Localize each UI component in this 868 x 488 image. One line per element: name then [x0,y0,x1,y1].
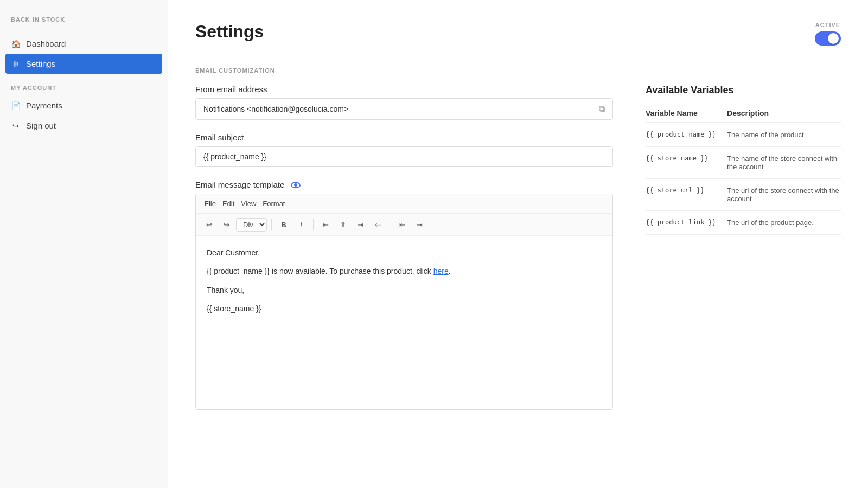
email-subject-input[interactable] [203,152,605,161]
from-email-group: From email address ⧉ [195,85,613,120]
table-row: {{ product_name }}The name of the produc… [646,123,841,147]
menu-view[interactable]: View [239,198,258,209]
var-desc: The name of the product [727,123,841,147]
align-left-button[interactable]: ⇤ [318,217,333,232]
outdent-button[interactable]: ⇤ [394,217,410,232]
var-name: {{ product_name }} [646,123,727,147]
variables-table: Variable Name Description {{ product_nam… [646,105,841,235]
align-center-button[interactable]: ⇳ [335,217,350,232]
align-right-button[interactable]: ⇥ [353,217,368,232]
block-format-select[interactable]: Div [236,218,267,232]
active-toggle-area: ACTIVE [815,22,841,46]
eye-icon [291,182,301,188]
bold-button[interactable]: B [276,217,291,232]
email-template-label: Email message template [195,180,613,189]
from-email-input[interactable] [203,105,599,113]
editor-body[interactable]: Dear Customer, {{ product_name }} is now… [196,236,612,409]
page-header: Settings ACTIVE [195,22,841,46]
indent-button[interactable]: ⇥ [412,217,427,232]
variables-title: Available Variables [646,85,841,96]
form-section: From email address ⧉ Email subject Email… [195,85,613,423]
from-email-input-wrapper: ⧉ [195,98,613,120]
sidebar-label-payments: Payments [26,101,62,110]
var-name: {{ store_name }} [646,147,727,179]
email-line-1: Dear Customer, [207,247,602,259]
email-subject-group: Email subject [195,133,613,167]
sidebar-item-settings[interactable]: ⚙ Settings [5,54,162,74]
sidebar-item-dashboard[interactable]: 🏠 Dashboard [0,34,168,54]
email-line-4: {{ store_name }} [207,303,602,314]
sidebar-label-settings: Settings [26,59,55,68]
sidebar-label-dashboard: Dashboard [26,39,66,48]
align-justify-button[interactable]: ⇦ [370,217,385,232]
from-email-label: From email address [195,85,613,94]
main-content: Settings ACTIVE EMAIL CUSTOMIZATION From… [168,0,868,488]
var-desc: The url of the product page. [727,211,841,235]
menu-edit[interactable]: Edit [220,198,237,209]
copy-icon[interactable]: ⧉ [599,104,605,114]
active-toggle[interactable] [815,31,841,46]
signout-icon: ↪ [11,121,21,130]
var-desc: The name of the store connect with the a… [727,147,841,179]
col-header-name: Variable Name [646,105,727,123]
italic-button[interactable]: I [293,217,309,232]
sidebar-label-signout: Sign out [26,121,56,130]
email-line-3: Thank you, [207,284,602,296]
redo-button[interactable]: ↪ [219,217,234,232]
section-label-email: EMAIL CUSTOMIZATION [195,67,841,74]
payments-icon: 📄 [11,101,21,110]
variables-section: Available Variables Variable Name Descri… [646,85,841,423]
home-icon: 🏠 [11,40,21,48]
active-label: ACTIVE [815,22,840,28]
page-title: Settings [195,22,264,42]
editor-toolbar: ↩ ↪ Div B I ⇤ ⇳ ⇥ ⇦ ⇤ [196,214,612,236]
menu-format[interactable]: Format [260,198,287,209]
table-row: {{ product_link }}The url of the product… [646,211,841,235]
toolbar-divider-3 [390,219,390,230]
email-editor: File Edit View Format ↩ ↪ Div B [195,194,613,410]
col-header-desc: Description [727,105,841,123]
email-template-group: Email message template File Edit View Fo… [195,180,613,410]
email-subject-label: Email subject [195,133,613,142]
account-section-label: MY ACCOUNT [0,74,168,95]
sidebar: BACK IN STOCK 🏠 Dashboard ⚙ Settings MY … [0,0,168,488]
table-row: {{ store_url }}The url of the store conn… [646,179,841,211]
email-link[interactable]: here [433,267,449,275]
email-line-2: {{ product_name }} is now available. To … [207,265,602,277]
content-grid: From email address ⧉ Email subject Email… [195,85,841,423]
toolbar-divider-2 [313,219,314,230]
menu-file[interactable]: File [202,198,218,209]
email-subject-input-wrapper [195,146,613,167]
gear-icon: ⚙ [11,60,21,68]
var-desc: The url of the store connect with the ac… [727,179,841,211]
var-name: {{ product_link }} [646,211,727,235]
table-row: {{ store_name }}The name of the store co… [646,147,841,179]
editor-menubar: File Edit View Format [196,194,612,214]
sidebar-item-payments[interactable]: 📄 Payments [0,95,168,115]
sidebar-brand: BACK IN STOCK [0,11,168,34]
toolbar-divider-1 [271,219,272,230]
sidebar-item-signout[interactable]: ↪ Sign out [0,115,168,136]
undo-button[interactable]: ↩ [201,217,216,232]
var-name: {{ store_url }} [646,179,727,211]
